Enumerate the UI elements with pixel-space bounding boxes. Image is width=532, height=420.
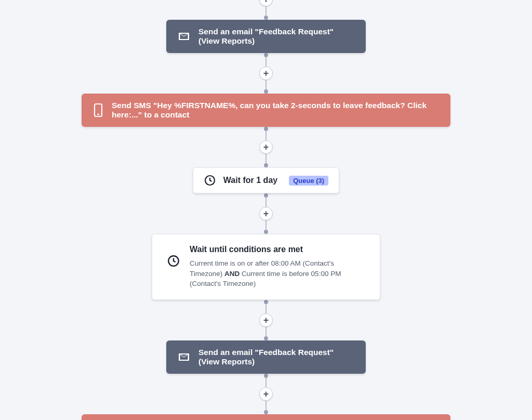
plus-icon: +: [263, 142, 269, 152]
plus-icon: +: [263, 316, 269, 325]
email-icon: [178, 351, 190, 363]
plus-icon: +: [263, 389, 269, 399]
email-icon: [178, 30, 190, 43]
queue-badge[interactable]: Queue (3): [289, 176, 328, 186]
clock-icon: [204, 174, 216, 187]
sms-step-card[interactable]: Send SMS "Hey %FIRSTNAME%, can you take …: [82, 94, 450, 127]
wait-duration-card[interactable]: Wait for 1 day Queue (3): [193, 167, 339, 193]
plus-icon: +: [263, 209, 269, 218]
sms-icon: [93, 103, 103, 117]
add-step-button[interactable]: +: [259, 67, 273, 80]
connector-dot: [264, 193, 268, 198]
email-step-label: Send an email "Feedback Request" (View R…: [198, 348, 354, 366]
add-step-button[interactable]: +: [259, 387, 273, 401]
connector-dot: [264, 16, 268, 20]
connector-dot: [264, 300, 268, 304]
connector-dot: [264, 336, 268, 340]
sms-step-label: Send SMS "Hey %FIRSTNAME%, can you take …: [112, 101, 439, 120]
plus-icon: +: [263, 69, 269, 78]
connector-dot: [264, 53, 268, 57]
wait-duration-label: Wait for 1 day: [223, 176, 277, 185]
connector-dot: [264, 89, 268, 94]
wait-conditions-card[interactable]: Wait until conditions are met Current ti…: [152, 234, 380, 300]
connector-dot: [264, 230, 268, 234]
email-step-label: Send an email "Feedback Request" (View R…: [198, 27, 354, 46]
sms-step-card[interactable]: Send SMS "Hey %FIRSTNAME%, can you take …: [82, 414, 450, 420]
automation-canvas: + Send an email "Feedback Request" (View…: [0, 0, 532, 420]
email-step-card[interactable]: Send an email "Feedback Request" (View R…: [166, 340, 366, 374]
connector-dot: [264, 163, 268, 167]
add-step-button[interactable]: +: [259, 140, 273, 154]
add-step-button[interactable]: +: [259, 0, 273, 6]
clock-icon: [167, 254, 180, 268]
connector-dot: [264, 374, 268, 378]
plus-icon: +: [263, 0, 269, 4]
add-step-button[interactable]: +: [259, 313, 273, 327]
connector-dot: [264, 127, 268, 131]
wait-conditions-title: Wait until conditions are met: [190, 245, 365, 254]
connector-dot: [264, 410, 268, 414]
wait-conditions-text: Current time is on or after 08:00 AM (Co…: [190, 258, 365, 289]
email-step-card[interactable]: Send an email "Feedback Request" (View R…: [166, 20, 366, 53]
add-step-button[interactable]: +: [259, 207, 273, 220]
